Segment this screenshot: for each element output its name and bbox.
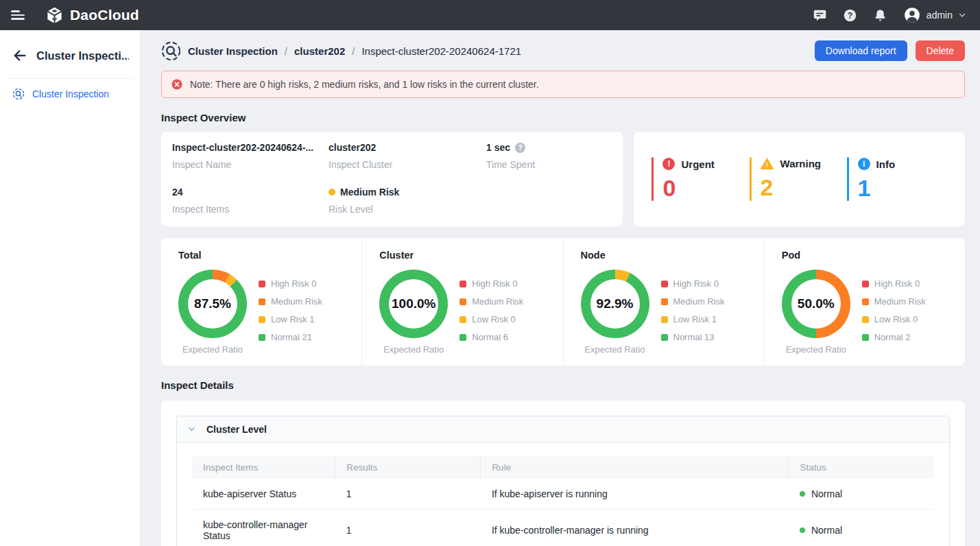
legend-normal-swatch xyxy=(259,334,265,341)
breadcrumb-item[interactable]: cluster202 xyxy=(294,45,345,57)
legend-normal-swatch xyxy=(661,334,668,341)
donut-chart-node: 92.9% xyxy=(581,270,649,338)
table-row: kube-controller-manager Status 1 If kube… xyxy=(192,510,934,546)
field-inspect-name: Inspect-cluster202-20240624-... Inspect … xyxy=(172,142,328,170)
col-results: Results xyxy=(335,456,481,479)
alert-text: Note: There are 0 high risks, 2 medium r… xyxy=(190,79,539,90)
legend-low-swatch xyxy=(259,316,265,323)
field-time-spent: 1 sec ? Time Spent xyxy=(486,142,612,170)
brand-logo[interactable]: DaoCloud xyxy=(45,6,139,25)
download-report-button[interactable]: Download report xyxy=(815,40,907,61)
chart-legend: High Risk 0 Medium Risk 0 Low Risk 0 Nor… xyxy=(459,270,523,355)
breadcrumb-current: Inspect-cluster202-20240624-1721 xyxy=(361,45,521,57)
chart-pod: Pod 50.0% Expected Ratio High Risk 0 Med… xyxy=(764,238,965,366)
chart-legend: High Risk 0 Medium Risk 2 Low Risk 1 Nor… xyxy=(259,270,322,355)
risk-stats-card: ! Urgent 0 ! Warning 2 xyxy=(634,132,965,226)
details-section-title: Inspect Details xyxy=(161,379,965,391)
menu-toggle-icon[interactable] xyxy=(11,9,27,21)
legend-high-swatch xyxy=(259,281,265,287)
main-content: Cluster Inspection / cluster202 / Inspec… xyxy=(141,30,980,546)
legend-normal-swatch xyxy=(862,334,869,341)
inspection-icon xyxy=(12,88,25,100)
field-risk-level: Medium Risk Risk Level xyxy=(328,187,486,215)
sidebar: Cluster Inspecti... Cluster Inspection xyxy=(0,30,141,546)
sidebar-item-cluster-inspection[interactable]: Cluster Inspection xyxy=(0,79,140,109)
legend-high-swatch xyxy=(862,281,869,287)
urgent-count: 0 xyxy=(662,176,714,200)
inspect-items-table: Inspect Items Results Rule Status kube-a… xyxy=(192,456,934,546)
bell-icon xyxy=(873,8,887,23)
status-badge: Normal xyxy=(800,525,923,536)
delete-button[interactable]: Delete xyxy=(916,40,965,61)
status-badge: Normal xyxy=(800,488,923,499)
chart-legend: High Risk 0 Medium Risk 2 Low Risk 0 Nor… xyxy=(862,270,926,355)
breadcrumb-item[interactable]: Cluster Inspection xyxy=(188,45,278,57)
donut-chart-cluster: 100.0% xyxy=(379,270,448,338)
chat-icon xyxy=(813,8,827,23)
info-icon: i xyxy=(858,158,870,170)
user-menu[interactable]: admin xyxy=(903,6,966,24)
legend-low-swatch xyxy=(459,316,466,323)
help-icon: ? xyxy=(843,8,857,23)
info-count: 1 xyxy=(858,176,896,200)
stat-info: i Info 1 xyxy=(847,157,944,201)
back-button[interactable] xyxy=(12,48,27,63)
panel-title: Cluster Level xyxy=(206,424,267,435)
legend-medium-swatch xyxy=(259,298,265,305)
details-card: Cluster Level Inspect Items Results Rule xyxy=(161,401,965,546)
legend-medium-swatch xyxy=(862,298,869,305)
brand-name: DaoCloud xyxy=(70,7,139,23)
user-name: admin xyxy=(927,10,953,21)
warning-icon: ! xyxy=(761,158,774,169)
legend-low-swatch xyxy=(862,316,869,323)
avatar xyxy=(903,6,921,24)
ratio-charts-card: Total 87.5% Expected Ratio High Risk 0 M… xyxy=(161,238,965,366)
col-inspect-items: Inspect Items xyxy=(192,456,335,479)
legend-medium-swatch xyxy=(459,298,466,305)
table-header-row: Inspect Items Results Rule Status xyxy=(192,456,934,479)
legend-low-swatch xyxy=(661,316,668,323)
notifications-button[interactable] xyxy=(869,3,892,27)
messages-button[interactable] xyxy=(809,3,832,27)
daocloud-cube-icon xyxy=(45,6,64,25)
legend-high-swatch xyxy=(459,281,466,287)
col-status: Status xyxy=(789,456,934,479)
cluster-level-panel: Cluster Level Inspect Items Results Rule xyxy=(176,416,950,546)
chevron-down-icon xyxy=(958,11,966,19)
svg-text:?: ? xyxy=(848,10,852,20)
cluster-level-toggle[interactable]: Cluster Level xyxy=(177,416,949,442)
help-button[interactable]: ? xyxy=(839,3,862,27)
arrow-left-icon xyxy=(12,48,27,63)
sidebar-title: Cluster Inspecti... xyxy=(36,49,129,62)
breadcrumb: Cluster Inspection / cluster202 / Inspec… xyxy=(161,41,521,61)
topbar: DaoCloud ? xyxy=(0,0,980,30)
error-icon xyxy=(171,78,183,91)
overview-section-title: Inspect Overview xyxy=(161,112,965,123)
status-dot xyxy=(800,527,805,533)
field-inspect-items: 24 Inspect Items xyxy=(172,187,328,215)
legend-normal-swatch xyxy=(459,334,466,341)
warning-count: 2 xyxy=(761,176,821,199)
chevron-down-icon xyxy=(187,425,196,434)
medium-risk-dot xyxy=(328,189,335,195)
chart-legend: High Risk 0 Medium Risk 0 Low Risk 1 Nor… xyxy=(661,270,725,355)
donut-chart-pod: 50.0% xyxy=(782,270,850,338)
legend-medium-swatch xyxy=(661,298,668,305)
stat-warning: ! Warning 2 xyxy=(750,157,847,201)
field-inspect-cluster: cluster202 Inspect Cluster xyxy=(328,142,486,170)
col-rule: Rule xyxy=(481,456,789,479)
chart-cluster: Cluster 100.0% Expected Ratio High Risk … xyxy=(361,238,562,366)
table-row: kube-apiserver Status 1 If kube-apiserve… xyxy=(192,479,934,510)
time-spent-help-icon[interactable]: ? xyxy=(515,143,525,153)
risk-note-alert: Note: There are 0 high risks, 2 medium r… xyxy=(161,71,965,98)
stat-urgent: ! Urgent 0 xyxy=(652,157,749,201)
sidebar-item-label: Cluster Inspection xyxy=(32,88,109,99)
chart-node: Node 92.9% Expected Ratio High Risk 0 Me… xyxy=(563,238,764,366)
donut-chart-total: 87.5% xyxy=(178,270,247,338)
legend-high-swatch xyxy=(661,281,668,287)
status-dot xyxy=(800,491,805,497)
overview-card: Inspect-cluster202-20240624-... Inspect … xyxy=(161,132,623,226)
chart-total: Total 87.5% Expected Ratio High Risk 0 M… xyxy=(161,238,361,366)
urgent-icon: ! xyxy=(662,158,675,170)
inspection-page-icon xyxy=(161,41,181,61)
